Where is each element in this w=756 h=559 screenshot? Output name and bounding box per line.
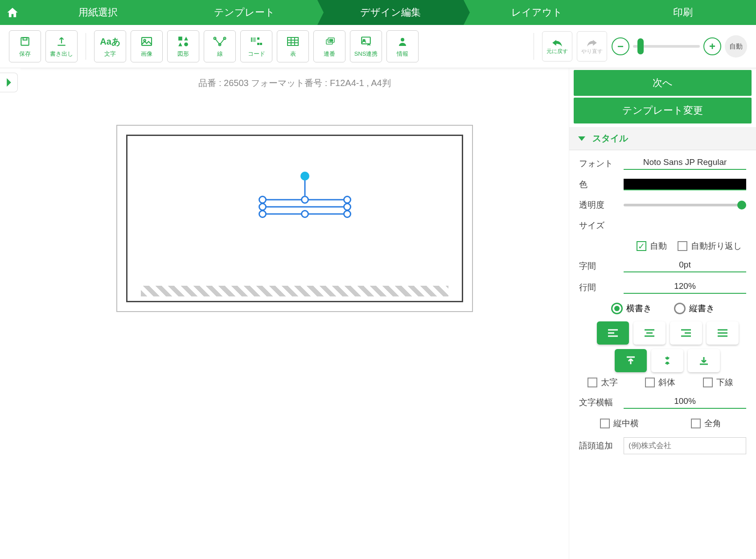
handle-sw[interactable] [259,210,267,218]
zoom-in-button[interactable]: + [703,37,721,55]
font-select[interactable]: Noto Sans JP Regular [624,157,746,170]
top-nav: 用紙選択 テンプレート デザイン編集 レイアウト 印刷 [0,0,756,25]
align-left-button[interactable] [597,321,629,345]
sns-button[interactable]: SNS連携 [350,30,382,62]
opacity-slider[interactable] [624,204,746,206]
zoom-auto-button[interactable]: 自動 [725,35,747,58]
vertical-label: 縦書き [689,303,715,314]
valign-middle-button[interactable] [651,349,683,372]
step-template[interactable]: テンプレート [171,0,317,25]
shape-button[interactable]: 図形 [167,30,199,62]
auto-checkbox[interactable]: ✓自動 [637,240,667,252]
line-height-input[interactable]: 120% [624,281,746,294]
text-icon: Aaあ [100,35,120,48]
halign-row [579,321,746,345]
info-label: 情報 [397,50,408,58]
svg-rect-11 [251,37,252,42]
autowrap-label: 自動折り返し [691,240,742,252]
export-label: 書き出し [50,50,73,58]
valign-top-button[interactable] [615,349,647,372]
align-center-button[interactable] [633,321,666,345]
tatechuyoko-checkbox[interactable]: 縦中横 [600,418,639,429]
align-right-button[interactable] [670,321,702,345]
svg-rect-13 [254,37,255,42]
opacity-label: 透明度 [579,199,624,211]
svg-rect-2 [142,37,152,45]
font-label: フォント [579,158,624,169]
canvas-info: 品番 : 26503 フォーマット番号 : F12A4-1 , A4判 [34,77,555,89]
home-button[interactable] [0,0,25,25]
change-template-button[interactable]: テンプレート変更 [574,98,752,123]
sns-icon [360,35,372,48]
underline-checkbox[interactable]: 下線 [703,377,733,388]
canvas-area[interactable]: 品番 : 26503 フォーマット番号 : F12A4-1 , A4判 [21,68,569,559]
handle-se[interactable] [343,210,351,218]
save-button[interactable]: 保存 [9,30,41,62]
handle-n[interactable] [301,196,309,204]
info-button[interactable]: 情報 [386,30,419,62]
paper[interactable] [116,125,473,312]
svg-rect-12 [252,37,253,42]
svg-marker-5 [184,37,188,41]
autowrap-checkbox[interactable]: 自動折り返し [678,240,742,252]
table-label: 表 [290,50,296,58]
svg-rect-1 [23,37,27,40]
table-button[interactable]: 表 [277,30,309,62]
serial-button[interactable]: 03 連番 [313,30,345,62]
export-button[interactable]: 書き出し [45,30,78,62]
fullwidth-checkbox[interactable]: 全角 [691,418,721,429]
table-icon [287,35,299,48]
horizontal-radio[interactable]: 横書き [611,303,652,314]
color-picker[interactable] [624,179,746,190]
toolbar: 保存 書き出し Aaあ 文字 画像 図形 線 コード 表 03 連番 SNS連携… [0,25,756,68]
image-icon [140,35,153,48]
next-button[interactable]: 次へ [574,70,752,96]
bold-checkbox[interactable]: 太字 [588,377,618,388]
tatechuyoko-label: 縦中横 [613,418,639,429]
rotation-handle[interactable] [300,172,309,181]
svg-text:03: 03 [329,39,333,42]
step-print[interactable]: 印刷 [610,0,756,25]
zoom-slider[interactable] [633,45,700,48]
step-paper[interactable]: 用紙選択 [25,0,171,25]
sidebar-expand-button[interactable] [0,73,18,92]
step-label: デザイン編集 [360,6,421,19]
color-row: 色 [579,179,746,190]
undo-label: 元に戻す [546,48,568,55]
paper-inner [126,135,463,302]
zoom-out-button[interactable]: − [612,37,629,55]
size-row: サイズ [579,220,746,231]
char-options-row: 縦中横 全角 [579,418,746,429]
redo-button[interactable]: やり直す [577,31,607,62]
step-design[interactable]: デザイン編集 [317,0,464,25]
step-layout[interactable]: レイアウト [464,0,610,25]
font-row: フォント Noto Sans JP Regular [579,157,746,170]
valign-row [579,349,746,372]
toolbar-separator [86,33,86,60]
image-button[interactable]: 画像 [131,30,163,62]
line-label: 線 [217,50,223,58]
char-width-input[interactable]: 100% [624,396,746,409]
letter-spacing-input[interactable]: 0pt [624,260,746,272]
selection-box[interactable] [259,196,351,218]
zoom-thumb[interactable] [637,38,644,54]
style-section-header[interactable]: スタイル [569,127,756,150]
save-label: 保存 [19,50,31,58]
opacity-thumb[interactable] [737,201,746,210]
align-justify-button[interactable] [707,321,739,345]
home-icon [6,6,19,19]
text-button[interactable]: Aaあ 文字 [94,30,126,62]
svg-rect-18 [288,37,298,45]
prefix-input[interactable] [624,437,746,454]
italic-checkbox[interactable]: 斜体 [645,377,675,388]
line-button[interactable]: 線 [204,30,236,62]
valign-bottom-button[interactable] [688,349,720,372]
code-button[interactable]: コード [240,30,272,62]
barcode-icon [250,35,263,48]
undo-button[interactable]: 元に戻す [542,31,572,62]
prefix-label: 語頭追加 [579,440,624,452]
zoom-controls: − + 自動 [612,35,747,58]
code-label: コード [248,50,265,58]
handle-s[interactable] [301,210,309,218]
vertical-radio[interactable]: 縦書き [674,303,715,314]
